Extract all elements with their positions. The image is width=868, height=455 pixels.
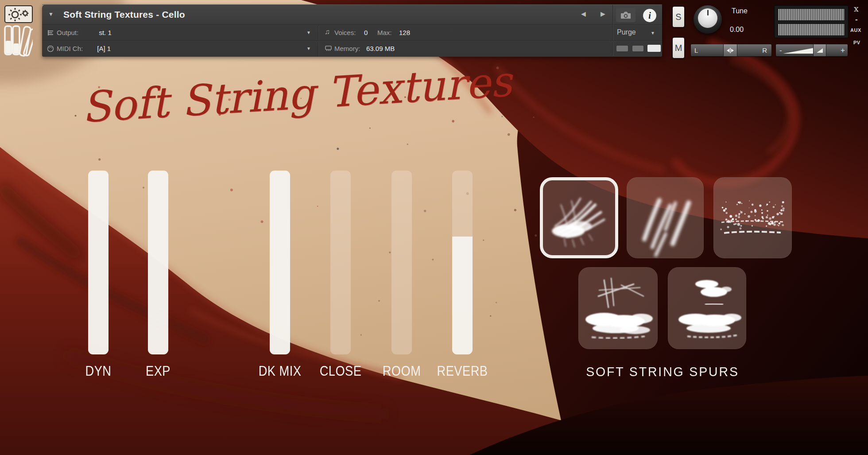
purge-indicator-2 [632,46,643,51]
kontakt-instrument-window: ▼ Soft String Textures - Cello ◀ ▶ Outpu… [0,0,868,455]
slider-label-reverb: REVERB [431,363,494,379]
volume-wedge [783,47,814,54]
pan-handle[interactable] [723,44,737,56]
level-meter-left [778,8,845,21]
output-dropdown-icon: ▼ [306,30,311,35]
pan-center-icon [726,47,734,54]
snapshot-camera-button[interactable] [616,8,636,22]
slider-fill [148,171,168,354]
tune-value: 0.00 [730,26,744,34]
pan-right-label: R [762,47,767,54]
next-instrument-arrow[interactable]: ▶ [601,10,605,17]
settings-gears-button[interactable] [4,5,33,23]
instrument-collapse-chevron[interactable]: ▼ [48,11,54,17]
output-icon [47,29,54,36]
camera-icon [620,11,632,19]
pv-tab[interactable]: PV [853,40,860,45]
output-value: st. 1 [99,29,111,36]
slider-label-close: CLOSE [310,363,372,379]
slider-track [391,171,412,354]
feather-texture-icon [543,180,615,255]
volume-minus[interactable]: - [779,46,782,55]
articulation-group-label: SOFT STRING SPURS [558,364,768,379]
purge-label: Purge [617,28,636,36]
midi-dropdown-icon: ▼ [306,46,311,51]
midi-channel-select[interactable]: MIDI Ch: [A] 1 ▼ [57,45,314,52]
slider-fill [452,237,473,354]
crosshatch-smear-icon [578,267,658,349]
tune-label: Tune [732,7,748,15]
articulation-button-feather[interactable] [540,177,618,258]
pan-slider[interactable]: L R [691,44,771,56]
prev-instrument-arrow[interactable]: ◀ [581,10,586,17]
slider-dkmix[interactable] [270,171,290,354]
instrument-header: ▼ Soft String Textures - Cello ◀ ▶ Outpu… [42,4,662,57]
tune-knob-pointer [707,10,709,16]
purge-menu[interactable]: Purge ▼ [617,28,636,36]
memory-icon [325,46,332,51]
gears-icon [6,7,31,22]
slider-label-dkmix: DK MIX [249,363,311,379]
solo-button[interactable]: S [672,6,685,27]
dab-smear-icon [668,267,746,349]
level-meter-right [778,23,845,36]
memory-value: 63.09 MB [366,45,395,52]
articulation-button-strokes[interactable] [627,177,704,258]
purge-indicator-1 [616,46,628,51]
voices-icon: ♫ [325,28,330,36]
articulation-button-dabs[interactable] [668,267,746,349]
volume-handle-icon [816,48,823,53]
slider-exp[interactable] [148,171,168,354]
slider-track [330,171,351,354]
library-keys-books-icon [4,25,33,57]
memory-label: Memory: [334,45,360,52]
midi-icon [47,45,54,52]
purge-dropdown-icon: ▼ [651,31,655,35]
max-voices-label: Max: [377,29,392,36]
pan-left-label: L [694,47,698,54]
articulation-button-speckle[interactable] [713,177,792,258]
speckle-texture-icon [713,177,792,258]
mute-label: M [675,43,682,53]
output-select[interactable]: Output: st. 1 ▼ [57,29,314,36]
voices-label: Voices: [334,29,356,36]
info-button[interactable]: i [643,9,656,22]
slider-fill [270,171,290,354]
midi-value: [A] 1 [97,45,111,52]
slider-reverb[interactable] [452,171,473,354]
info-icon: i [648,11,651,21]
slider-close[interactable] [330,171,351,354]
slider-label-dyn: DYN [67,363,130,379]
midi-label: MIDI Ch: [57,45,83,52]
purge-indicator-3 [647,45,661,52]
level-meter-panel [774,5,849,38]
slider-fill [88,171,108,354]
output-label: Output: [57,29,78,36]
instrument-title: Soft String Textures - Cello [63,9,185,20]
close-button[interactable]: x [854,4,859,13]
aux-tab[interactable]: AUX [850,27,861,33]
diagonal-strokes-icon [627,177,704,258]
slider-label-room: ROOM [371,363,433,379]
voices-value: 0 [364,29,368,36]
slider-dyn[interactable] [88,171,108,354]
max-voices-value: 128 [399,29,410,36]
slider-room[interactable] [391,171,412,354]
minimize-button[interactable]: - [855,15,858,24]
solo-label: S [675,12,681,22]
volume-slider[interactable]: - + [776,44,848,56]
volume-plus[interactable]: + [841,46,845,55]
volume-handle[interactable] [813,44,826,56]
articulation-button-crosshatch[interactable] [578,267,658,349]
mute-button[interactable]: M [672,37,685,58]
slider-label-exp: EXP [127,363,190,379]
